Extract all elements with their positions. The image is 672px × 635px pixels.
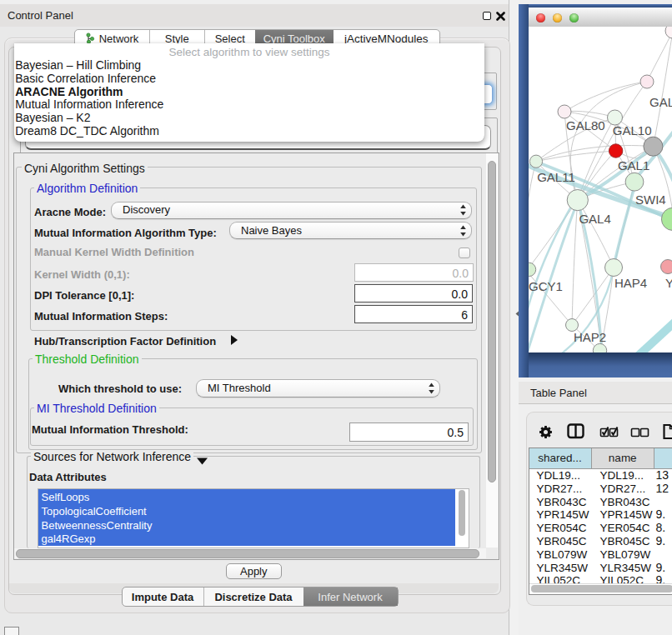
svg-text:GAL4: GAL4 [579, 212, 610, 226]
svg-text:GAL2: GAL2 [649, 95, 672, 109]
svg-text:HAP4: HAP4 [614, 276, 647, 290]
svg-text:SWI4: SWI4 [635, 192, 666, 207]
svg-text:YM: YM [665, 276, 672, 290]
svg-text:GAL80: GAL80 [566, 118, 605, 132]
svg-text:GCY1: GCY1 [529, 279, 563, 293]
svg-text:GAL1: GAL1 [618, 158, 649, 172]
svg-text:HAP2: HAP2 [574, 330, 606, 344]
svg-text:GAL11: GAL11 [537, 170, 575, 184]
svg-text:GAL10: GAL10 [613, 123, 652, 138]
